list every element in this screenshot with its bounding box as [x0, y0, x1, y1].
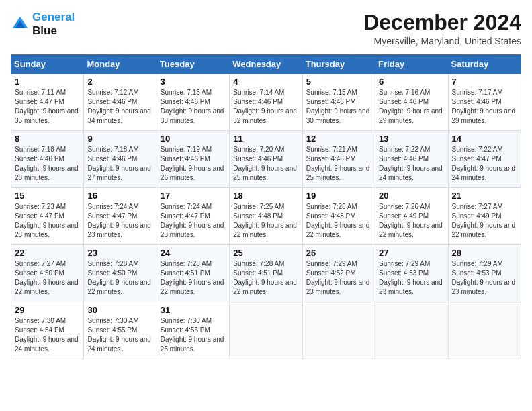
- day-number: 9: [87, 134, 152, 144]
- cell-sunrise: Sunrise: 7:19 AM: [161, 146, 212, 153]
- cell-sunrise: Sunrise: 7:30 AM: [15, 317, 66, 324]
- calendar-cell-21: 21 Sunrise: 7:27 AM Sunset: 4:49 PM Dayl…: [448, 188, 521, 245]
- cell-sunrise: Sunrise: 7:29 AM: [379, 260, 430, 267]
- cell-sunset: Sunset: 4:50 PM: [87, 269, 137, 277]
- day-header-monday: Monday: [84, 55, 157, 74]
- calendar-cell-8: 8 Sunrise: 7:18 AM Sunset: 4:46 PM Dayli…: [11, 131, 84, 188]
- cell-sunset: Sunset: 4:46 PM: [161, 98, 210, 105]
- cell-daylight: Daylight: 9 hours and 28 minutes.: [15, 165, 79, 181]
- cell-sunset: Sunset: 4:47 PM: [15, 98, 64, 105]
- day-number: 3: [161, 77, 226, 87]
- cell-sunrise: Sunrise: 7:22 AM: [452, 146, 503, 153]
- cell-daylight: Daylight: 9 hours and 34 minutes.: [87, 107, 151, 124]
- logo: General Blue: [11, 11, 75, 37]
- location-text: Myersville, Maryland, United States: [363, 36, 521, 46]
- calendar-cell-6: 6 Sunrise: 7:16 AM Sunset: 4:46 PM Dayli…: [375, 74, 448, 131]
- cell-sunset: Sunset: 4:46 PM: [233, 98, 283, 105]
- day-number: 2: [87, 77, 152, 87]
- day-number: 8: [15, 134, 80, 144]
- cell-daylight: Daylight: 9 hours and 24 minutes.: [87, 336, 151, 353]
- cell-sunset: Sunset: 4:48 PM: [306, 212, 356, 220]
- cell-sunrise: Sunrise: 7:29 AM: [306, 260, 357, 267]
- logo-icon: [11, 15, 30, 34]
- day-number: 4: [233, 77, 298, 87]
- calendar-cell-29: 29 Sunrise: 7:30 AM Sunset: 4:54 PM Dayl…: [11, 302, 84, 359]
- day-number: 23: [87, 248, 152, 258]
- day-number: 21: [452, 191, 517, 201]
- calendar-cell-22: 22 Sunrise: 7:27 AM Sunset: 4:50 PM Dayl…: [11, 245, 84, 302]
- cell-daylight: Daylight: 9 hours and 25 minutes.: [306, 165, 370, 181]
- cell-sunset: Sunset: 4:51 PM: [161, 269, 210, 277]
- calendar-week-1: 1 Sunrise: 7:11 AM Sunset: 4:47 PM Dayli…: [11, 74, 521, 131]
- cell-sunset: Sunset: 4:46 PM: [306, 155, 356, 163]
- cell-daylight: Daylight: 9 hours and 22 minutes.: [452, 222, 516, 238]
- cell-sunset: Sunset: 4:55 PM: [161, 326, 210, 334]
- day-number: 27: [379, 248, 444, 258]
- cell-daylight: Daylight: 9 hours and 23 minutes.: [306, 279, 370, 295]
- calendar-week-3: 15 Sunrise: 7:23 AM Sunset: 4:47 PM Dayl…: [11, 188, 521, 245]
- cell-sunset: Sunset: 4:54 PM: [15, 326, 64, 334]
- month-title: December 2024: [363, 11, 521, 34]
- cell-sunset: Sunset: 4:55 PM: [87, 326, 137, 334]
- cell-sunset: Sunset: 4:49 PM: [452, 212, 502, 220]
- empty-cell: [302, 302, 375, 359]
- cell-sunrise: Sunrise: 7:15 AM: [306, 89, 357, 96]
- calendar-cell-26: 26 Sunrise: 7:29 AM Sunset: 4:52 PM Dayl…: [302, 245, 375, 302]
- cell-daylight: Daylight: 9 hours and 22 minutes.: [233, 279, 297, 295]
- calendar-table: SundayMondayTuesdayWednesdayThursdayFrid…: [11, 54, 521, 359]
- logo-blue: Blue: [32, 24, 75, 38]
- cell-sunrise: Sunrise: 7:28 AM: [161, 260, 212, 267]
- cell-sunset: Sunset: 4:46 PM: [87, 98, 137, 105]
- cell-daylight: Daylight: 9 hours and 27 minutes.: [87, 165, 151, 181]
- cell-sunset: Sunset: 4:47 PM: [452, 155, 502, 163]
- calendar-header-row: SundayMondayTuesdayWednesdayThursdayFrid…: [11, 55, 521, 74]
- calendar-week-4: 22 Sunrise: 7:27 AM Sunset: 4:50 PM Dayl…: [11, 245, 521, 302]
- cell-sunrise: Sunrise: 7:18 AM: [15, 146, 66, 153]
- cell-sunrise: Sunrise: 7:26 AM: [306, 203, 357, 210]
- cell-daylight: Daylight: 9 hours and 22 minutes.: [161, 279, 224, 295]
- calendar-cell-23: 23 Sunrise: 7:28 AM Sunset: 4:50 PM Dayl…: [84, 245, 157, 302]
- calendar-cell-14: 14 Sunrise: 7:22 AM Sunset: 4:47 PM Dayl…: [448, 131, 521, 188]
- day-header-saturday: Saturday: [448, 55, 521, 74]
- cell-daylight: Daylight: 9 hours and 22 minutes.: [306, 222, 370, 238]
- calendar-cell-24: 24 Sunrise: 7:28 AM Sunset: 4:51 PM Dayl…: [157, 245, 229, 302]
- empty-cell: [230, 302, 302, 359]
- day-header-friday: Friday: [375, 55, 448, 74]
- cell-sunset: Sunset: 4:46 PM: [452, 98, 502, 105]
- cell-sunrise: Sunrise: 7:29 AM: [452, 260, 503, 267]
- cell-sunset: Sunset: 4:53 PM: [452, 269, 502, 277]
- cell-sunrise: Sunrise: 7:26 AM: [379, 203, 430, 210]
- cell-sunset: Sunset: 4:53 PM: [379, 269, 429, 277]
- calendar-cell-1: 1 Sunrise: 7:11 AM Sunset: 4:47 PM Dayli…: [11, 74, 84, 131]
- day-number: 28: [452, 248, 517, 258]
- day-number: 20: [379, 191, 444, 201]
- day-number: 25: [233, 248, 298, 258]
- day-header-sunday: Sunday: [11, 55, 84, 74]
- calendar-cell-15: 15 Sunrise: 7:23 AM Sunset: 4:47 PM Dayl…: [11, 188, 84, 245]
- calendar-cell-17: 17 Sunrise: 7:24 AM Sunset: 4:47 PM Dayl…: [157, 188, 229, 245]
- cell-sunrise: Sunrise: 7:28 AM: [87, 260, 138, 267]
- day-number: 7: [452, 77, 517, 87]
- cell-sunset: Sunset: 4:50 PM: [15, 269, 64, 277]
- cell-daylight: Daylight: 9 hours and 23 minutes.: [87, 222, 151, 238]
- calendar-cell-2: 2 Sunrise: 7:12 AM Sunset: 4:46 PM Dayli…: [84, 74, 157, 131]
- cell-sunset: Sunset: 4:48 PM: [233, 212, 283, 220]
- cell-daylight: Daylight: 9 hours and 30 minutes.: [306, 107, 370, 124]
- cell-sunrise: Sunrise: 7:12 AM: [87, 89, 138, 96]
- cell-sunset: Sunset: 4:46 PM: [379, 155, 429, 163]
- cell-daylight: Daylight: 9 hours and 23 minutes.: [379, 279, 443, 295]
- cell-sunrise: Sunrise: 7:16 AM: [379, 89, 430, 96]
- logo-general: General: [32, 11, 75, 24]
- page-header: General Blue December 2024 Myersville, M…: [11, 11, 521, 46]
- cell-daylight: Daylight: 9 hours and 29 minutes.: [452, 107, 516, 124]
- day-number: 14: [452, 134, 517, 144]
- day-header-wednesday: Wednesday: [230, 55, 302, 74]
- calendar-cell-11: 11 Sunrise: 7:20 AM Sunset: 4:46 PM Dayl…: [230, 131, 302, 188]
- cell-daylight: Daylight: 9 hours and 22 minutes.: [87, 279, 151, 295]
- day-number: 18: [233, 191, 298, 201]
- day-header-thursday: Thursday: [302, 55, 375, 74]
- calendar-cell-5: 5 Sunrise: 7:15 AM Sunset: 4:46 PM Dayli…: [302, 74, 375, 131]
- calendar-cell-9: 9 Sunrise: 7:18 AM Sunset: 4:46 PM Dayli…: [84, 131, 157, 188]
- day-number: 29: [15, 305, 80, 315]
- calendar-cell-25: 25 Sunrise: 7:28 AM Sunset: 4:51 PM Dayl…: [230, 245, 302, 302]
